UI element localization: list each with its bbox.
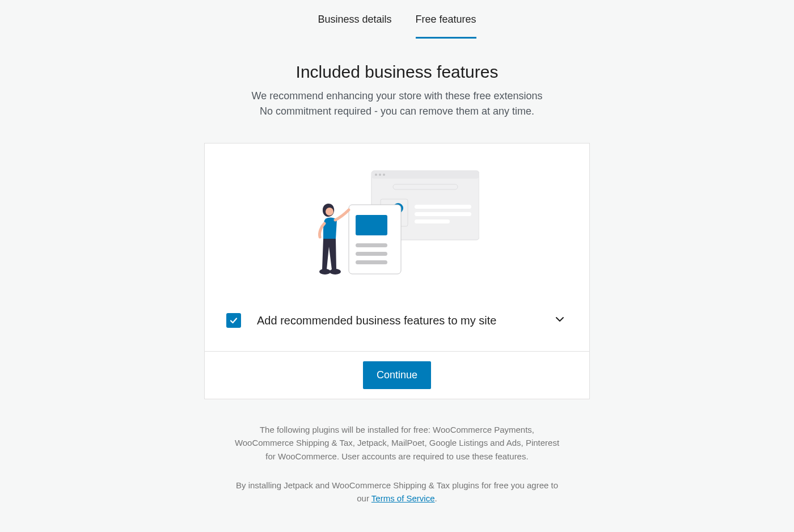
- chevron-down-icon: [554, 314, 565, 325]
- svg-rect-14: [356, 252, 387, 256]
- svg-point-4: [383, 174, 385, 176]
- plugins-disclaimer: The following plugins will be installed …: [233, 423, 561, 463]
- illustration-wrap: [205, 143, 589, 311]
- svg-rect-1: [371, 171, 479, 179]
- card-footer: Continue: [205, 351, 589, 399]
- expand-features-toggle[interactable]: [552, 311, 568, 330]
- terms-text: By installing Jetpack and WooCommerce Sh…: [233, 479, 561, 505]
- svg-rect-8: [415, 212, 471, 216]
- checkbox-row: Add recommended business features to my …: [205, 311, 589, 351]
- continue-button[interactable]: Continue: [363, 361, 431, 389]
- terms-of-service-link[interactable]: Terms of Service: [371, 493, 435, 503]
- tab-business-details[interactable]: Business details: [318, 11, 391, 39]
- checkmark-icon: [229, 316, 238, 325]
- illustration: [315, 170, 479, 277]
- features-card: Add recommended business features to my …: [204, 143, 590, 399]
- svg-point-16: [326, 208, 333, 216]
- svg-point-17: [319, 269, 331, 275]
- svg-point-3: [379, 174, 381, 176]
- tab-free-features[interactable]: Free features: [416, 11, 476, 39]
- subtitle-line-2: No commitment required - you can remove …: [260, 105, 534, 117]
- svg-point-2: [375, 174, 377, 176]
- page-title: Included business features: [0, 62, 794, 82]
- svg-rect-12: [356, 215, 387, 235]
- svg-rect-15: [356, 260, 387, 264]
- page-subtitle: We recommend enhancing your store with t…: [0, 88, 794, 119]
- svg-rect-9: [415, 219, 450, 223]
- svg-point-18: [330, 269, 341, 275]
- tabs-container: Business details Free features: [0, 0, 794, 39]
- checkbox-label: Add recommended business features to my …: [257, 314, 536, 327]
- svg-rect-13: [356, 243, 387, 247]
- add-features-checkbox[interactable]: [226, 313, 241, 328]
- svg-rect-7: [415, 205, 471, 209]
- subtitle-line-1: We recommend enhancing your store with t…: [252, 90, 543, 102]
- terms-suffix: .: [435, 493, 437, 503]
